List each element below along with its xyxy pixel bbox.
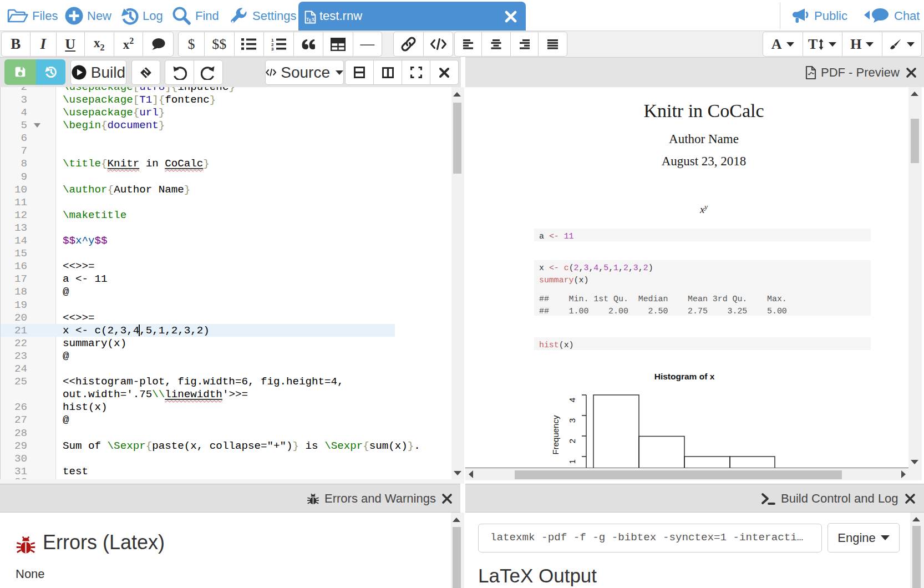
svg-text:1: 1: [567, 459, 577, 464]
svg-text:TEX: TEX: [306, 18, 315, 23]
svg-text:Frequency: Frequency: [551, 415, 560, 454]
svg-text:3: 3: [271, 47, 274, 50]
svg-text:3: 3: [567, 418, 577, 423]
svg-text:2: 2: [567, 439, 577, 443]
svg-text:Histogram of x: Histogram of x: [654, 372, 715, 381]
svg-text:4: 4: [567, 398, 577, 402]
